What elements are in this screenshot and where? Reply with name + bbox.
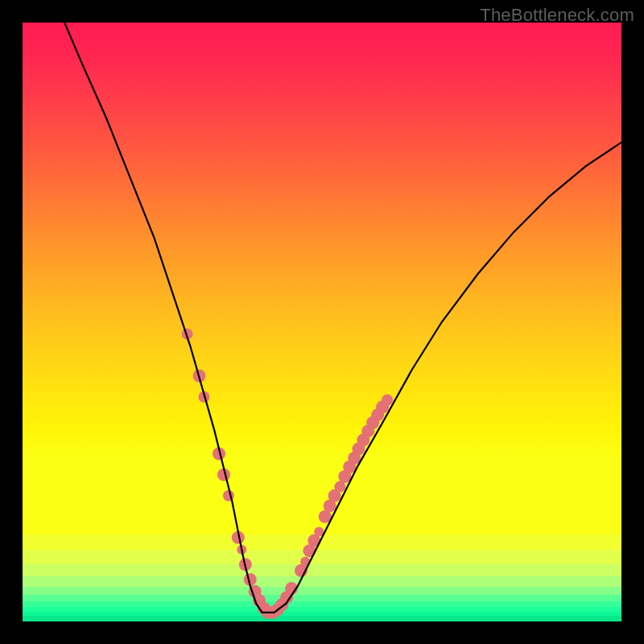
chart-svg	[23, 23, 621, 621]
marker-group	[182, 328, 394, 619]
chart-plot-area	[23, 23, 621, 621]
curve-marker	[382, 394, 393, 406]
attribution-text: TheBottleneck.com	[480, 5, 634, 26]
bottleneck-curve-path	[64, 23, 621, 613]
